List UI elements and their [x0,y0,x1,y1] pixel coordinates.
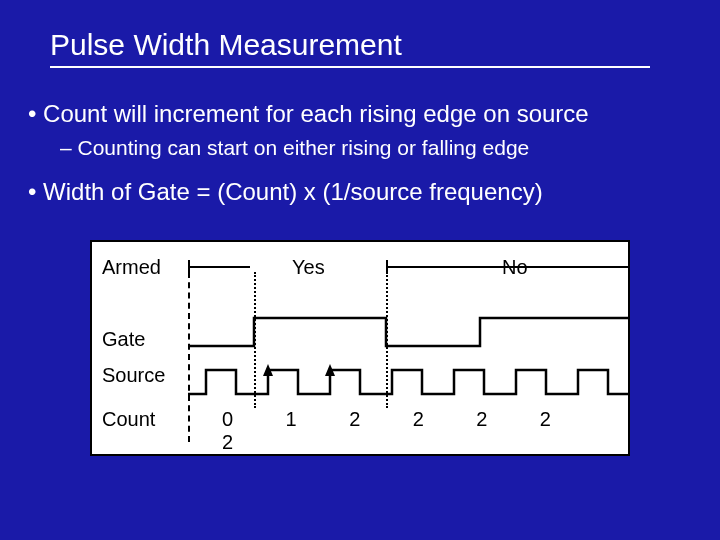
count-4: 2 [476,408,534,431]
label-armed: Armed [102,256,161,279]
source-waveform [188,360,628,402]
armed-yes-text: Yes [292,256,325,279]
count-5: 2 [540,408,598,431]
gate-waveform [188,312,628,352]
timing-diagram: Armed Gate Source Count Yes No 0 1 2 2 2… [90,240,630,456]
marker-arm-start [188,272,190,442]
count-values: 0 1 2 2 2 2 2 [222,408,628,454]
count-6: 2 [222,431,280,454]
count-2: 2 [349,408,407,431]
bullet-1: Count will increment for each rising edg… [28,100,589,128]
title-block: Pulse Width Measurement [50,28,650,68]
slide-title: Pulse Width Measurement [50,28,650,64]
armed-line-yes [188,266,250,268]
label-gate: Gate [102,328,145,351]
bullet-2: Width of Gate = (Count) x (1/source freq… [28,178,589,206]
armed-no-line [450,266,630,268]
armed-line-no [388,266,450,268]
label-source: Source [102,364,165,387]
title-underline [50,66,650,68]
count-0: 0 [222,408,280,431]
bullet-list: Count will increment for each rising edg… [28,100,589,206]
count-1: 1 [286,408,344,431]
bullet-1-sub: Counting can start on either rising or f… [60,136,589,160]
label-count: Count [102,408,155,431]
count-3: 2 [413,408,471,431]
